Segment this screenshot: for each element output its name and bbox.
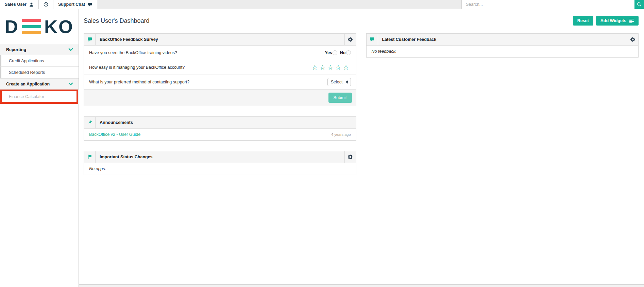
support-chat-label: Support Chat (58, 2, 85, 7)
radio-yes-label: Yes (325, 50, 332, 55)
select-spinner-icon (346, 80, 348, 84)
survey-question-row: How easy is it managing your BackOffice … (84, 60, 356, 75)
radio-yes[interactable] (333, 50, 337, 55)
user-tab-label: Sales User (5, 2, 27, 7)
pushpin-icon (84, 117, 96, 128)
deko-logo: D KO (0, 9, 79, 44)
widget-settings-button[interactable] (344, 151, 356, 163)
search-input[interactable] (462, 0, 634, 9)
topbar: Sales User Support Chat (0, 0, 644, 9)
sidebar-nav: Reporting Credit Applications Scheduled … (0, 44, 79, 104)
star-rating[interactable]: ☆☆☆☆☆ (312, 64, 351, 71)
widget-latest-customer-feedback: Latest Customer Feedback No feedback. (366, 33, 639, 58)
widget-settings-button[interactable] (344, 34, 356, 45)
support-chat-tab[interactable]: Support Chat (53, 0, 97, 9)
empty-state-text: No apps. (89, 166, 106, 171)
sidebar-item-label: Credit Applications (9, 59, 44, 63)
widget-important-status-changes: Important Status Changes No apps. (84, 151, 356, 175)
radio-no-label: No (340, 50, 346, 55)
chat-bubble-icon (88, 2, 92, 7)
widget-title: Latest Customer Feedback (378, 34, 627, 45)
support-method-select[interactable]: Select (327, 78, 351, 86)
widget-title: Important Status Changes (96, 151, 344, 163)
widgets-list-icon (629, 18, 634, 23)
survey-question-row: Have you seen the BackOffice training vi… (84, 45, 356, 60)
widget-backoffice-feedback-survey: BackOffice Feedback Survey Have you (84, 33, 356, 106)
survey-question-row: What is your preferred method of contact… (84, 75, 356, 89)
submit-button[interactable]: Submit (328, 93, 352, 103)
star-icon[interactable]: ☆ (343, 64, 351, 71)
star-icon[interactable]: ☆ (312, 64, 320, 71)
status-changes-empty-row: No apps. (84, 163, 356, 175)
topbar-spacer (97, 0, 462, 9)
user-tab[interactable]: Sales User (0, 0, 39, 9)
user-icon (29, 2, 34, 7)
comment-icon (367, 34, 378, 45)
comment-icon (84, 34, 96, 45)
sidebar-item-scheduled-reports[interactable]: Scheduled Reports (0, 67, 79, 78)
gear-icon (348, 155, 353, 159)
customer-feedback-empty-row: No feedback. (367, 45, 639, 57)
star-icon[interactable]: ☆ (335, 64, 343, 71)
annotation-highlight-box: Finance Calculator (0, 90, 78, 104)
add-widgets-label: Add Widgets (600, 18, 626, 23)
sidebar-item-label: Finance Calculator (9, 94, 44, 99)
widget-announcements: Announcements BackOffice v2 - User Guide… (84, 116, 356, 141)
survey-question-text: Have you seen the BackOffice training vi… (89, 50, 177, 55)
widget-settings-button[interactable] (627, 34, 638, 45)
sidebar-item-label: Scheduled Reports (9, 70, 45, 75)
submit-button-label: Submit (334, 95, 347, 100)
widget-title: BackOffice Feedback Survey (96, 34, 344, 45)
reset-button-label: Reset (577, 18, 589, 23)
sidebar-section-reporting[interactable]: Reporting (0, 44, 79, 55)
deko-logo-bars-icon (22, 19, 41, 34)
logo-letters-ko: KO (44, 17, 74, 36)
empty-state-text: No feedback. (372, 49, 397, 54)
select-value: Select (331, 80, 343, 84)
announcement-link[interactable]: BackOffice v2 - User Guide (89, 132, 140, 137)
search-button[interactable] (634, 0, 644, 9)
logo-letter-d: D (5, 17, 19, 36)
star-icon[interactable]: ☆ (327, 64, 335, 71)
survey-question-text: How easy is it managing your BackOffice … (89, 65, 185, 70)
sidebar-item-finance-calculator[interactable]: Finance Calculator (2, 91, 77, 102)
sidebar-section-label: Create an Application (6, 82, 50, 86)
chevron-down-icon (68, 82, 73, 86)
gear-icon (348, 37, 353, 42)
star-icon[interactable]: ☆ (320, 64, 327, 71)
announcement-row: BackOffice v2 - User Guide 4 years ago (84, 128, 356, 140)
reset-button[interactable]: Reset (573, 16, 593, 26)
sidebar: D KO Reporting Credit Applications (0, 9, 79, 287)
announcement-time: 4 years ago (331, 132, 351, 137)
page-bottom-strip (79, 285, 644, 287)
survey-question-text: What is your preferred method of contact… (89, 80, 189, 84)
widget-title: Announcements (96, 117, 356, 128)
sidebar-item-credit-applications[interactable]: Credit Applications (0, 55, 79, 67)
flag-icon (84, 151, 96, 163)
chevron-down-icon (68, 47, 73, 52)
clock-icon (44, 2, 48, 7)
gear-icon (630, 37, 635, 42)
add-widgets-button[interactable]: Add Widgets (596, 16, 639, 26)
page-title: Sales User's Dashboard (84, 17, 150, 25)
search-icon (637, 2, 642, 7)
history-tab[interactable] (39, 0, 53, 9)
sidebar-section-create-application[interactable]: Create an Application (0, 78, 79, 90)
main-area: Sales User's Dashboard Reset Add Widgets (79, 9, 644, 287)
radio-no[interactable] (346, 50, 351, 55)
sidebar-section-label: Reporting (6, 47, 26, 52)
